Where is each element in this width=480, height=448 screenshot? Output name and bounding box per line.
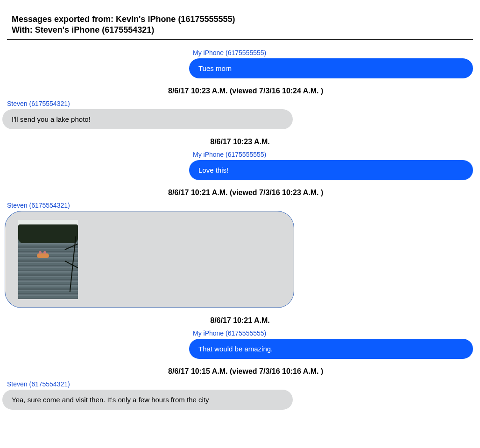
message-text: Love this! — [198, 166, 228, 174]
sender-label-outgoing: My iPhone (6175555555) — [7, 329, 473, 337]
message-timestamp: 8/6/17 10:21 A.M. (viewed 7/3/16 10:23 A… — [7, 189, 473, 197]
sender-label-incoming: Steven (6175554321) — [7, 100, 473, 107]
message-bubble-outgoing: That would be amazing. — [189, 339, 473, 359]
header-line-1: Messages exported from: Kevin's iPhone (… — [12, 14, 473, 25]
sender-label-incoming: Steven (6175554321) — [7, 202, 473, 209]
attachment-image[interactable] — [18, 220, 78, 299]
message-timestamp: 8/6/17 10:23 A.M. — [7, 138, 473, 146]
sender-label-incoming: Steven (6175554321) — [7, 380, 473, 388]
message-timestamp: 8/6/17 10:23 A.M. (viewed 7/3/16 10:24 A… — [7, 87, 473, 95]
export-header: Messages exported from: Kevin's iPhone (… — [7, 14, 473, 40]
message-timestamp: 8/6/17 10:15 A.M. (viewed 7/3/16 10:16 A… — [7, 367, 473, 376]
message-bubble-incoming: I'll send you a lake photo! — [2, 109, 293, 129]
message-text: Yea, sure come and visit then. It's only… — [12, 396, 209, 404]
message-bubble-outgoing: Love this! — [189, 160, 473, 180]
message-text: Tues morn — [198, 64, 232, 72]
message-text: I'll send you a lake photo! — [12, 115, 91, 123]
message-bubble-incoming: Yea, sure come and visit then. It's only… — [2, 390, 293, 410]
sender-label-outgoing: My iPhone (6175555555) — [7, 151, 473, 158]
message-bubble-image — [5, 211, 294, 308]
header-line-2: With: Steven's iPhone (6175554321) — [12, 25, 473, 35]
message-text: That would be amazing. — [198, 345, 273, 353]
message-timestamp: 8/6/17 10:21 A.M. — [7, 316, 473, 325]
message-bubble-outgoing: Tues morn — [189, 58, 473, 78]
sender-label-outgoing: My iPhone (6175555555) — [7, 49, 473, 56]
